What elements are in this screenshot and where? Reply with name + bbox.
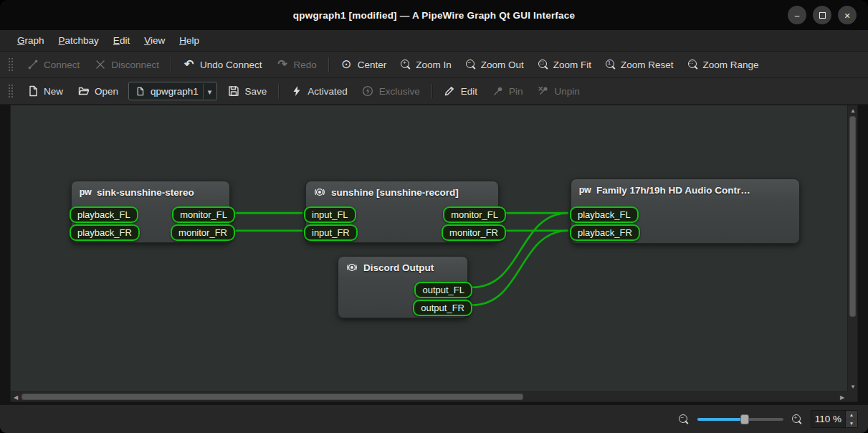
undo-connect-button[interactable]: Undo Connect: [176, 55, 269, 75]
graph-node[interactable]: Family 17h/19h HD Audio Contr… playback_…: [571, 179, 800, 244]
edit-pencil-icon: [444, 85, 456, 97]
zoom-out-icon: −: [466, 60, 476, 70]
central-area: sink-sunshine-stereo playback_FL playbac…: [0, 105, 868, 404]
node-title: sink-sunshine-stereo: [97, 187, 194, 198]
node-header: sunshine [sunshine-record]: [306, 181, 498, 198]
new-file-icon: [27, 85, 39, 97]
pipewire-icon: [578, 184, 591, 196]
graph-canvas[interactable]: sink-sunshine-stereo playback_FL playbac…: [11, 105, 847, 391]
node-port[interactable]: playback_FL: [570, 206, 639, 223]
graph-node[interactable]: sink-sunshine-stereo playback_FL playbac…: [71, 181, 230, 243]
scroll-down-arrow[interactable]: [848, 381, 858, 391]
maximize-button[interactable]: [813, 6, 831, 24]
node-port[interactable]: output_FL: [414, 282, 472, 298]
horizontal-scrollbar-thumb[interactable]: [22, 394, 523, 400]
node-port[interactable]: input_FR: [304, 224, 358, 241]
menu-view[interactable]: View: [137, 32, 172, 49]
zoom-range-icon: ∷: [688, 60, 698, 70]
zoom-slider[interactable]: [697, 414, 783, 425]
menu-help[interactable]: Help: [172, 32, 206, 49]
combo-dropdown-arrow: [203, 84, 214, 99]
app-window: qpwgraph1 [modified] — A PipeWire Graph …: [0, 0, 868, 433]
open-button[interactable]: Open: [70, 82, 125, 101]
cables-layer: [11, 105, 847, 391]
vertical-scrollbar-thumb[interactable]: [849, 116, 856, 317]
scroll-right-arrow[interactable]: [837, 392, 847, 402]
zoom-in-button[interactable]: + Zoom In: [394, 56, 459, 74]
toolbar-separator: [278, 84, 279, 98]
horizontal-scrollbar[interactable]: [11, 391, 847, 401]
zoom-range-button[interactable]: ∷ Zoom Range: [681, 56, 766, 74]
node-port[interactable]: monitor_FL: [172, 206, 235, 223]
graph-node[interactable]: Discord Output output_FL output_FR: [338, 256, 468, 318]
save-button[interactable]: Save: [220, 82, 274, 101]
connect-button[interactable]: Connect: [19, 55, 87, 75]
zoom-fit-button[interactable]: □ Zoom Fit: [531, 56, 598, 74]
patchbay-combo[interactable]: qpwgraph1: [128, 82, 217, 100]
scrollbar-corner: [847, 391, 857, 401]
minimize-icon: [794, 10, 800, 21]
toolbar-separator: [431, 84, 432, 98]
scroll-left-arrow[interactable]: [11, 392, 21, 402]
zoom-reset-button[interactable]: 1 Zoom Reset: [598, 56, 681, 74]
save-icon: [227, 85, 239, 97]
node-port[interactable]: output_FR: [413, 300, 472, 316]
pin-icon: [492, 85, 504, 97]
toolbar-separator: [171, 57, 171, 72]
vertical-scrollbar[interactable]: [847, 105, 857, 391]
node-port[interactable]: playback_FL: [70, 206, 138, 223]
node-port[interactable]: monitor_FR: [171, 224, 235, 241]
menu-patchbay[interactable]: Patchbay: [52, 32, 106, 49]
unpin-button[interactable]: Unpin: [530, 82, 587, 101]
pipewire-icon: [79, 186, 92, 198]
node-port[interactable]: monitor_FL: [443, 206, 506, 223]
edit-button[interactable]: Edit: [437, 82, 485, 101]
menubar: Graph Patchbay Edit View Help: [0, 30, 868, 52]
minimize-button[interactable]: [788, 6, 806, 24]
node-header: Discord Output: [338, 257, 467, 273]
node-port[interactable]: playback_FR: [70, 224, 140, 241]
exclusive-button[interactable]: Exclusive: [355, 82, 427, 101]
node-port[interactable]: monitor_FR: [442, 224, 506, 241]
patchbay-toolbar: New Open qpwgraph1 Save Activated Exclus…: [0, 78, 868, 105]
pin-button[interactable]: Pin: [485, 82, 530, 101]
stream-icon: [345, 262, 358, 273]
zoom-out-button[interactable]: − Zoom Out: [459, 56, 531, 74]
undo-icon: [183, 59, 195, 71]
center-button[interactable]: Center: [333, 55, 394, 75]
activated-button[interactable]: Activated: [283, 82, 355, 101]
graph-node[interactable]: sunshine [sunshine-record] input_FL inpu…: [305, 181, 499, 243]
exclusive-icon: [362, 85, 374, 97]
spin-up-button[interactable]: [846, 411, 857, 419]
redo-button[interactable]: Redo: [269, 55, 323, 75]
statusbar-zoom-in-icon[interactable]: +: [792, 414, 802, 424]
maximize-icon: [819, 12, 826, 19]
spin-down-button[interactable]: [846, 419, 857, 427]
stream-icon: [313, 186, 326, 198]
patchbay-combo-value: qpwgraph1: [151, 86, 199, 97]
close-button[interactable]: [838, 6, 857, 24]
disconnect-button[interactable]: Disconnect: [87, 55, 166, 75]
redo-icon: [276, 59, 288, 71]
node-title: Discord Output: [363, 262, 434, 273]
zoom-slider-handle[interactable]: [740, 414, 749, 424]
menu-edit[interactable]: Edit: [106, 32, 137, 49]
new-button[interactable]: New: [19, 82, 70, 101]
zoom-value[interactable]: 110 %: [811, 411, 845, 427]
node-header: sink-sunshine-stereo: [72, 181, 229, 198]
zoom-reset-icon: 1: [606, 60, 616, 70]
toolbar-drag-handle[interactable]: [8, 84, 14, 98]
statusbar-zoom-out-icon[interactable]: −: [679, 414, 689, 424]
node-title: Family 17h/19h HD Audio Contr…: [596, 185, 750, 196]
unpin-icon: [538, 85, 550, 97]
toolbar-drag-handle[interactable]: [8, 57, 14, 72]
graph-view: sink-sunshine-stereo playback_FL playbac…: [10, 105, 858, 402]
scroll-up-arrow[interactable]: [848, 105, 858, 115]
window-title: qpwgraph1 [modified] — A PipeWire Graph …: [0, 10, 868, 21]
node-port[interactable]: input_FL: [304, 206, 356, 223]
titlebar[interactable]: qpwgraph1 [modified] — A PipeWire Graph …: [0, 0, 868, 30]
menu-graph[interactable]: Graph: [10, 32, 52, 49]
node-port[interactable]: playback_FR: [570, 224, 640, 241]
toolbar-separator: [328, 57, 329, 72]
zoom-slider-fill: [697, 418, 745, 421]
